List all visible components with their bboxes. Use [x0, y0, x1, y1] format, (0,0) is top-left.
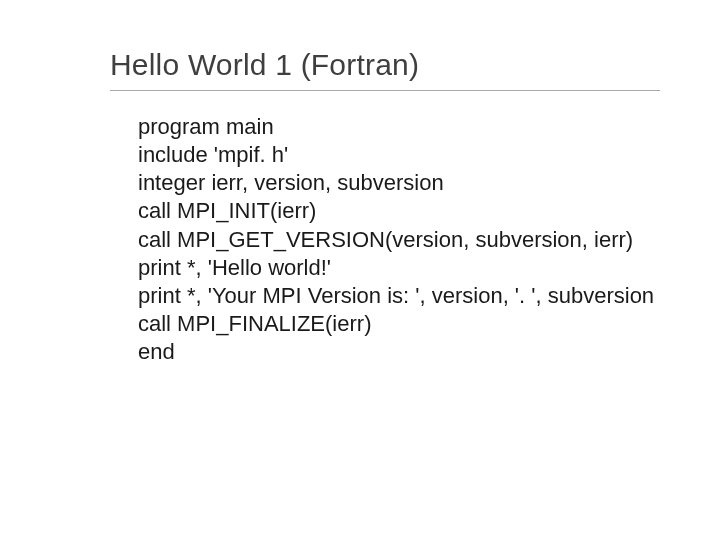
code-line: call MPI_GET_VERSION(version, subversion… [138, 226, 660, 254]
slide-title-container: Hello World 1 (Fortran) [110, 48, 660, 91]
code-line: integer ierr, version, subversion [138, 169, 660, 197]
code-line: include 'mpif. h' [138, 141, 660, 169]
code-line: end [138, 338, 660, 366]
code-line: call MPI_INIT(ierr) [138, 197, 660, 225]
code-block: program main include 'mpif. h' integer i… [110, 113, 660, 366]
code-line: print *, 'Your MPI Version is: ', versio… [138, 282, 660, 310]
code-line: program main [138, 113, 660, 141]
code-line: print *, 'Hello world!' [138, 254, 660, 282]
slide-title: Hello World 1 (Fortran) [110, 48, 660, 82]
code-line: call MPI_FINALIZE(ierr) [138, 310, 660, 338]
